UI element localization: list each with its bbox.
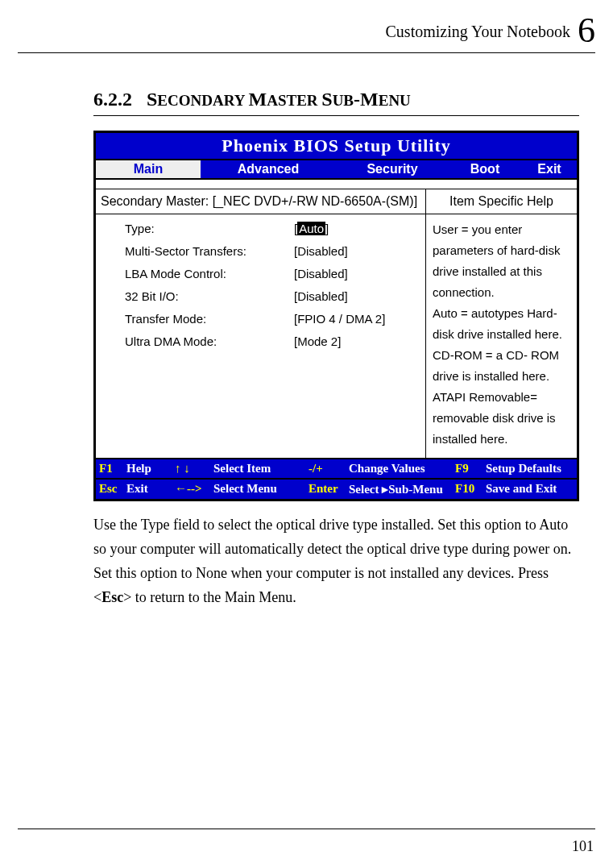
footer-key: F1 [96,459,123,478]
bottom-rule [18,829,595,829]
footer-key: Enter [305,480,346,499]
setting-row[interactable]: Transfer Mode:[FPIO 4 / DMA 2] [96,308,425,330]
footer-action: Change Values [346,459,452,478]
setting-label: Ultra DMA Mode: [125,330,294,353]
setting-value: [Disabled] [294,263,348,285]
setting-value: [FPIO 4 / DMA 2] [294,308,385,330]
footer-key: ←--> [172,480,210,499]
footer-action: Select ▸Sub-Menu [346,480,452,499]
footer-key: F10 [452,480,483,499]
setting-value: [Disabled] [294,240,348,263]
setting-label: LBA Mode Control: [125,263,294,285]
footer-key: -/+ [305,459,346,478]
help-title: Item Specific Help [426,189,577,214]
tab-boot[interactable]: Boot [449,160,521,178]
footer-action: Setup Defaults [483,459,577,478]
setting-row[interactable]: Ultra DMA Mode:[Mode 2] [96,330,425,353]
footer-action: Save and Exit [483,480,577,499]
bios-gap [96,178,577,189]
setting-row[interactable]: LBA Mode Control:[Disabled] [96,263,425,285]
footer-key: ↑ ↓ [172,459,210,478]
bios-tabs: Main Advanced Security Boot Exit [96,159,577,178]
running-title: Customizing Your Notebook [386,23,570,40]
chapter-number: 6 [578,10,595,50]
setting-row[interactable]: Multi-Sector Transfers:[Disabled] [96,240,425,263]
footer-action: Select Menu [210,480,305,499]
tab-main[interactable]: Main [96,160,201,178]
bios-subheader: Secondary Master: [_NEC DVD+/-RW ND-6650… [96,189,425,214]
footer-key: Esc [96,480,123,499]
heading-underline [93,115,579,116]
help-body: User = you enter parameters of hard-disk… [426,214,577,458]
footer-action: Help [123,459,172,478]
setting-label: Type: [125,218,294,240]
setting-label: 32 Bit I/O: [125,285,294,308]
setting-label: Transfer Mode: [125,308,294,330]
tab-security[interactable]: Security [336,160,449,178]
running-head: Customizing Your Notebook 6 [18,10,595,54]
bios-panel: Phoenix BIOS Setup Utility Main Advanced… [93,131,579,501]
footer-key: F9 [452,459,483,478]
page-number: 101 [572,838,594,855]
setting-row[interactable]: Type: [Auto] [96,218,425,240]
setting-value: [Mode 2] [294,330,341,353]
setting-value: [Disabled] [294,285,348,308]
tab-exit[interactable]: Exit [521,160,578,178]
bios-title: Phoenix BIOS Setup Utility [96,133,577,159]
tab-advanced[interactable]: Advanced [201,160,336,178]
setting-value: [Auto] [294,218,329,240]
body-paragraph: Use the Type field to select the optical… [93,513,579,609]
footer-action: Select Item [210,459,305,478]
section-heading: 6.2.2 SECONDARY MASTER SUB-MENU [93,89,579,110]
bios-footer: F1 Help ↑ ↓ Select Item -/+ Change Value… [96,458,577,499]
footer-action: Exit [123,480,172,499]
setting-label: Multi-Sector Transfers: [125,240,294,263]
section-number: 6.2.2 [93,89,132,110]
setting-row[interactable]: 32 Bit I/O:[Disabled] [96,285,425,308]
bios-settings-list: Type: [Auto] Multi-Sector Transfers:[Dis… [96,214,425,361]
